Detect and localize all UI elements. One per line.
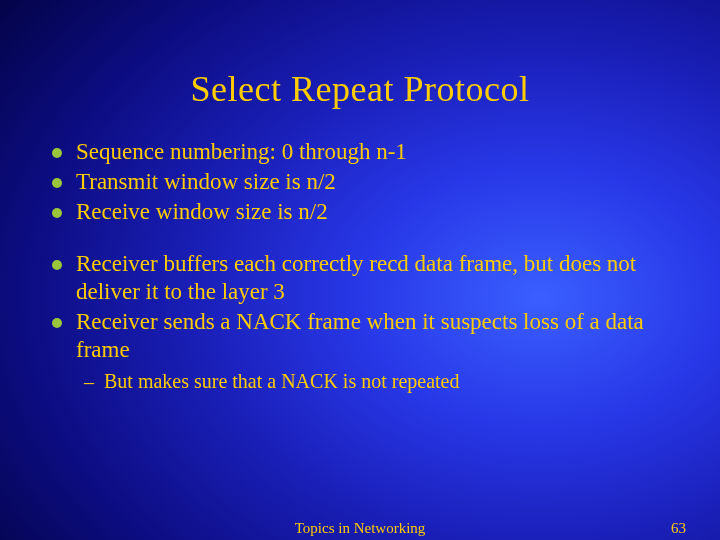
bullet-icon xyxy=(52,260,62,270)
list-item: Receiver sends a NACK frame when it susp… xyxy=(52,308,690,364)
page-number: 63 xyxy=(671,520,686,537)
bullet-group: Receiver buffers each correctly recd dat… xyxy=(52,250,690,394)
slide-title: Select Repeat Protocol xyxy=(0,0,720,138)
bullet-group: Sequence numbering: 0 through n-1 Transm… xyxy=(52,138,690,226)
bullet-text: Receiver buffers each correctly recd dat… xyxy=(76,250,690,306)
list-item: Sequence numbering: 0 through n-1 xyxy=(52,138,690,166)
bullet-text: Receive window size is n/2 xyxy=(76,198,690,226)
bullet-icon xyxy=(52,318,62,328)
dash-icon: – xyxy=(84,370,94,394)
list-item: Receiver buffers each correctly recd dat… xyxy=(52,250,690,306)
list-item: Transmit window size is n/2 xyxy=(52,168,690,196)
bullet-text: Sequence numbering: 0 through n-1 xyxy=(76,138,690,166)
bullet-icon xyxy=(52,148,62,158)
slide: Select Repeat Protocol Sequence numberin… xyxy=(0,0,720,540)
sub-list-item: – But makes sure that a NACK is not repe… xyxy=(84,370,690,394)
bullet-text: Transmit window size is n/2 xyxy=(76,168,690,196)
sub-bullet-text: But makes sure that a NACK is not repeat… xyxy=(104,370,459,393)
footer-center-text: Topics in Networking xyxy=(295,520,426,537)
slide-content: Sequence numbering: 0 through n-1 Transm… xyxy=(0,138,720,394)
list-item: Receive window size is n/2 xyxy=(52,198,690,226)
bullet-icon xyxy=(52,178,62,188)
bullet-icon xyxy=(52,208,62,218)
bullet-text: Receiver sends a NACK frame when it susp… xyxy=(76,308,690,364)
